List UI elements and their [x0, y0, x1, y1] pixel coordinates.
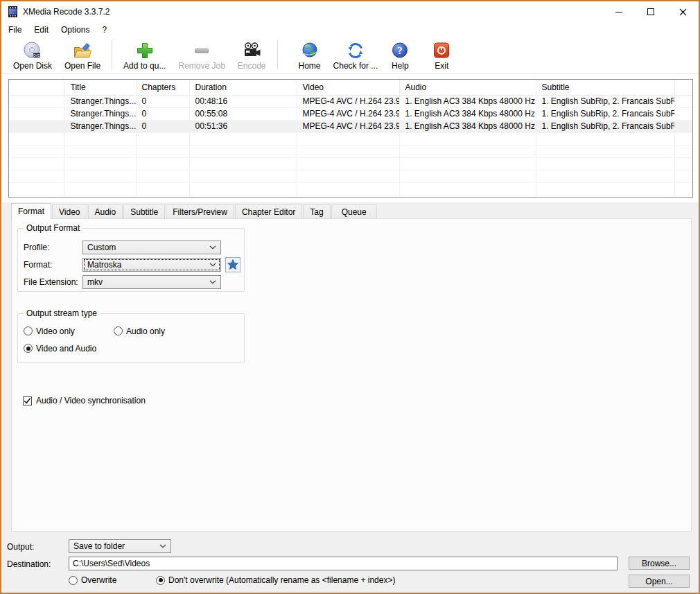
disc-icon: DVD	[23, 41, 42, 60]
chevron-down-icon	[209, 263, 216, 267]
output-section: Output: Save to folder Destination: Brow…	[1, 532, 699, 593]
file-extension-select[interactable]: mkv	[82, 275, 221, 289]
check-for-updates-label: Check for ...	[333, 61, 378, 71]
maximize-icon	[647, 8, 654, 15]
menu-options[interactable]: Options	[55, 23, 96, 37]
tab-filters-preview[interactable]: Filters/Preview	[166, 204, 234, 218]
output-format-title: Output Format	[24, 223, 82, 233]
tab-subtitle[interactable]: Subtitle	[123, 204, 165, 218]
output-mode-select[interactable]: Save to folder	[69, 539, 171, 553]
dont-overwrite-radio[interactable]: Don't overwrite (Automatically rename as…	[156, 575, 395, 585]
app-window: XMedia Recode 3.3.7.2 File Edit Options …	[0, 0, 700, 594]
open-button[interactable]: Open...	[629, 575, 690, 588]
exit-button[interactable]: Exit	[426, 40, 457, 71]
table-empty-row	[9, 132, 692, 145]
add-to-queue-button[interactable]: Add to qu...	[117, 40, 172, 71]
minimize-button[interactable]	[603, 1, 635, 22]
column-video[interactable]: Video	[297, 80, 399, 95]
encode-button[interactable]: Encode	[231, 40, 272, 71]
table-row[interactable]: Stranger.Things... 0 00:48:16 MPEG-4 AVC…	[9, 95, 692, 107]
radio-checked-icon	[156, 576, 165, 585]
tab-tag[interactable]: Tag	[303, 204, 330, 218]
encode-label: Encode	[238, 61, 266, 71]
av-sync-label: Audio / Video synchronisation	[36, 396, 146, 405]
film-strip-icon	[8, 6, 18, 17]
titlebar: XMedia Recode 3.3.7.2	[1, 1, 699, 22]
profile-label: Profile:	[24, 243, 82, 252]
overwrite-radio[interactable]: Overwrite	[69, 575, 116, 585]
column-chapters[interactable]: Chapters	[136, 80, 189, 95]
home-globe-icon	[300, 41, 320, 60]
tab-chapter-editor[interactable]: Chapter Editor	[235, 204, 302, 218]
add-plus-icon	[135, 41, 155, 60]
output-stream-type-title: Output stream type	[24, 308, 100, 318]
radio-icon	[114, 326, 123, 335]
tabstrip: Format Video Audio Subtitle Filters/Prev…	[11, 204, 699, 218]
column-subtitle[interactable]: Subtitle	[536, 80, 674, 95]
help-label: Help	[392, 61, 409, 71]
tab-audio[interactable]: Audio	[88, 204, 123, 218]
open-file-label: Open File	[64, 61, 100, 71]
output-stream-type-group: Output stream type Video only Audio only…	[17, 313, 245, 363]
open-disk-label: Open Disk	[13, 61, 52, 71]
tab-video[interactable]: Video	[52, 204, 87, 218]
table-row-selected[interactable]: Stranger.Things... 0 00:51:36 MPEG-4 AVC…	[9, 120, 692, 132]
profile-value: Custom	[83, 243, 209, 252]
table-empty-row	[9, 170, 692, 182]
output-label: Output:	[7, 542, 34, 552]
toolbar: DVD Open Disk Open File	[1, 37, 699, 74]
video-only-radio[interactable]: Video only	[24, 326, 108, 336]
output-mode-value: Save to folder	[69, 541, 159, 551]
table-row[interactable]: Stranger.Things... 0 00:55:08 MPEG-4 AVC…	[9, 107, 692, 120]
svg-text:?: ?	[398, 46, 403, 56]
tab-format[interactable]: Format	[11, 203, 51, 219]
exit-label: Exit	[435, 61, 448, 71]
file-extension-label: File Extension:	[24, 277, 82, 287]
help-button[interactable]: ? Help	[384, 40, 416, 71]
chevron-down-icon	[159, 544, 166, 548]
table-header-row: Title Chapters Duration Video Audio Subt…	[9, 80, 692, 95]
tab-queue[interactable]: Queue	[331, 204, 377, 218]
chevron-down-icon	[209, 245, 216, 250]
remove-job-button[interactable]: Remove Job	[172, 40, 231, 71]
radio-icon	[24, 326, 33, 335]
maximize-button[interactable]	[635, 1, 667, 22]
format-select[interactable]: Matroska	[82, 258, 221, 272]
video-and-audio-radio[interactable]: Video and Audio	[24, 344, 96, 353]
column-blank[interactable]	[9, 80, 64, 95]
column-duration[interactable]: Duration	[189, 80, 297, 95]
encode-camera-icon	[242, 41, 261, 60]
menu-help[interactable]: ?	[96, 23, 113, 37]
menu-file[interactable]: File	[2, 23, 28, 37]
svg-text:DVD: DVD	[33, 54, 40, 58]
table-empty-row	[9, 182, 692, 195]
column-title[interactable]: Title	[64, 80, 136, 95]
close-icon	[679, 8, 687, 16]
open-disk-button[interactable]: DVD Open Disk	[7, 40, 58, 71]
job-table: Title Chapters Duration Video Audio Subt…	[8, 79, 693, 198]
browse-button[interactable]: Browse...	[629, 557, 690, 570]
remove-minus-icon	[192, 41, 211, 60]
format-value: Matroska	[83, 260, 209, 270]
format-label: Format:	[24, 260, 82, 270]
output-format-group: Output Format Profile: Custom Format: Ma…	[17, 228, 245, 292]
open-file-icon	[73, 41, 92, 60]
help-icon: ?	[390, 41, 410, 60]
profile-select[interactable]: Custom	[82, 241, 221, 254]
toolbar-separator	[277, 40, 278, 69]
open-file-button[interactable]: Open File	[58, 40, 107, 71]
check-for-updates-button[interactable]: Check for ...	[327, 40, 385, 71]
file-extension-value: mkv	[83, 277, 209, 287]
favorite-format-button[interactable]	[225, 257, 240, 272]
menu-edit[interactable]: Edit	[28, 23, 55, 37]
av-sync-checkbox[interactable]: Audio / Video synchronisation	[23, 396, 146, 405]
home-label: Home	[299, 61, 321, 71]
destination-input[interactable]	[69, 557, 618, 570]
chevron-down-icon	[209, 280, 216, 284]
column-audio[interactable]: Audio	[399, 80, 536, 95]
format-tab-panel: Output Format Profile: Custom Format: Ma…	[11, 218, 692, 532]
home-button[interactable]: Home	[292, 40, 327, 71]
close-button[interactable]	[667, 1, 699, 22]
audio-only-radio[interactable]: Audio only	[114, 326, 165, 336]
window-controls	[603, 1, 699, 22]
